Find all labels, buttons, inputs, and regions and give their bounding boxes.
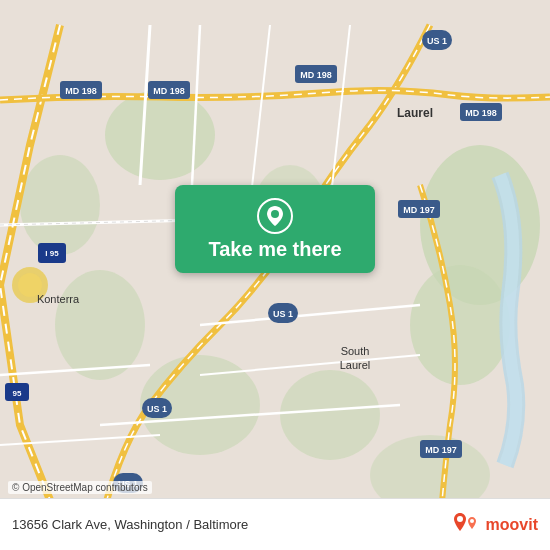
svg-text:MD 198: MD 198 (300, 70, 332, 80)
svg-text:MD 197: MD 197 (425, 445, 457, 455)
svg-text:US 1: US 1 (273, 309, 293, 319)
svg-point-53 (457, 516, 463, 522)
moovit-label: moovit (486, 516, 538, 534)
map-container: MD 198 MD 198 MD 198 MD 198 MD 197 MD 19… (0, 0, 550, 550)
svg-point-52 (271, 210, 279, 218)
svg-point-4 (20, 155, 100, 255)
svg-text:I 95: I 95 (45, 249, 59, 258)
cta-label: Take me there (208, 238, 341, 261)
svg-text:US 1: US 1 (427, 36, 447, 46)
svg-text:MD 197: MD 197 (403, 205, 435, 215)
moovit-logo: moovit (450, 509, 538, 541)
svg-text:Konterra: Konterra (37, 293, 80, 305)
svg-text:MD 198: MD 198 (153, 86, 185, 96)
bottom-bar: 13656 Clark Ave, Washington / Baltimore … (0, 498, 550, 550)
map-background: MD 198 MD 198 MD 198 MD 198 MD 197 MD 19… (0, 0, 550, 550)
map-attribution: © OpenStreetMap contributors (8, 481, 152, 494)
take-me-there-button[interactable]: Take me there (175, 185, 375, 273)
svg-text:Laurel: Laurel (397, 106, 433, 120)
svg-text:95: 95 (13, 389, 22, 398)
svg-point-5 (55, 270, 145, 380)
svg-point-8 (280, 370, 380, 460)
svg-text:MD 198: MD 198 (465, 108, 497, 118)
svg-text:US 1: US 1 (147, 404, 167, 414)
svg-point-2 (410, 265, 510, 385)
moovit-brand-icon (450, 509, 482, 541)
svg-text:South: South (341, 345, 370, 357)
address-text: 13656 Clark Ave, Washington / Baltimore (12, 517, 248, 532)
svg-text:MD 198: MD 198 (65, 86, 97, 96)
svg-point-54 (470, 519, 474, 523)
pin-location-icon (257, 198, 293, 234)
svg-text:Laurel: Laurel (340, 359, 371, 371)
svg-point-3 (105, 90, 215, 180)
